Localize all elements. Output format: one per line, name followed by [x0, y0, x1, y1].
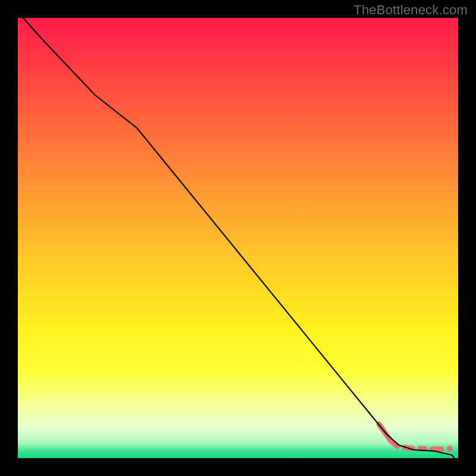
- watermark-text: TheBottleneck.com: [353, 2, 468, 18]
- optimal-range-dot: [447, 446, 453, 452]
- chart-svg: [18, 18, 458, 458]
- bottleneck-chart: [18, 18, 458, 458]
